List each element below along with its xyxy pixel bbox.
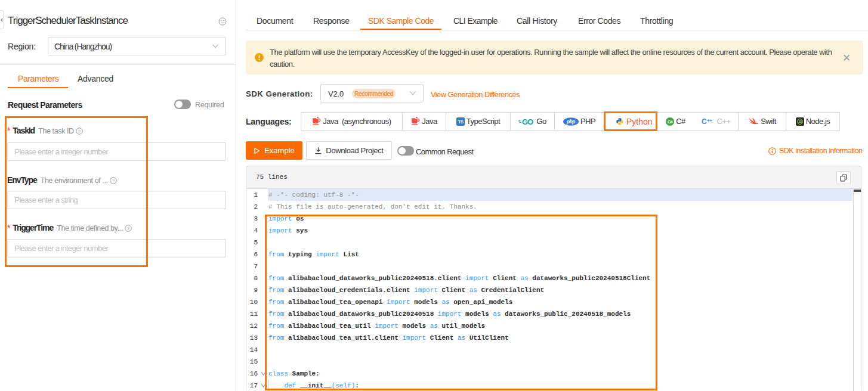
svg-text:JS: JS (798, 120, 802, 123)
svg-text:GO: GO (522, 117, 533, 126)
svg-text:php: php (566, 119, 575, 125)
svg-text:TS: TS (458, 119, 464, 125)
svg-text:C: C (702, 117, 707, 125)
svg-text:C#: C# (668, 119, 674, 125)
svg-text:++: ++ (707, 118, 712, 123)
